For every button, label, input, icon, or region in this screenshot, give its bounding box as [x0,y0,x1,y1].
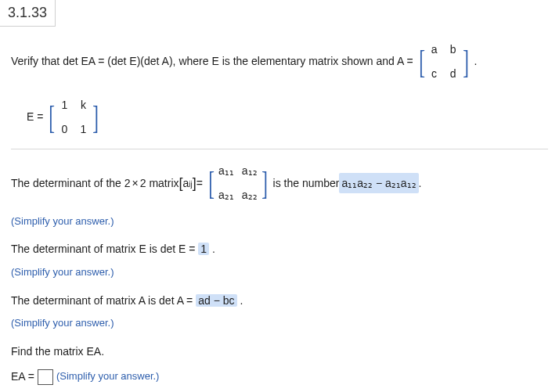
intro-period: . [474,51,478,72]
matrix-cell: d [448,63,459,85]
matrix-E: [ 1 k 0 1 ] [46,93,101,141]
simplify-note-3: (Simplify your answer.) [11,314,548,333]
aij-a: a [183,173,189,194]
det-A-row: The determinant of matrix A is det A = a… [11,290,548,311]
simplify-note-1: (Simplify your answer.) [11,212,548,232]
det-A-text: The determinant of matrix A is det A = [11,294,196,307]
bracket-left-icon: [ [419,45,425,78]
det-def-text2: 2 matrix [140,173,179,194]
det-definition-answer[interactable]: a₁₁a₂₂ − a₂₁a₁₂ [339,173,418,194]
det-E-row: The determinant of matrix E is det E = 1… [11,239,548,260]
bracket-right-icon: ] [261,167,268,200]
bracket-left-icon: [ [49,101,56,134]
bracket-left-icon: [ [208,167,215,200]
intro-text: Verify that det EA = (det E)(det A), whe… [11,51,413,72]
matrix-cell: 1 [59,95,70,116]
matrix-E-row: E = [ 1 k 0 1 ] [27,93,548,141]
det-A-period: . [240,294,243,307]
EA-input-row: EA = (Simplify your answer.) [11,366,548,387]
bracket-right-icon: ] [93,101,99,134]
matrix-cell: a₁₂ [242,160,258,182]
matrix-cell: c [429,63,440,85]
intro-row: Verify that det EA = (det E)(det A), whe… [11,38,548,85]
det-A-answer[interactable]: ad − bc [196,294,236,307]
matrix-cell: a₂₂ [242,185,258,206]
det-E-answer[interactable]: 1 [198,243,209,255]
det-def-period: . [419,173,422,194]
EA-label: EA = [11,366,34,387]
page: 3.1.33 Verify that det EA = (det E)(det … [0,0,559,392]
separator [11,149,548,149]
times-symbol: × [132,173,139,194]
matrix-E-label: E = [27,106,43,128]
det-E-text: The determinant of matrix E is det E = [11,243,198,255]
det-def-text3: is the number [273,173,340,194]
matrix-A-cells: a b c d [427,38,460,85]
content: Verify that det EA = (det E)(det A), whe… [0,27,559,392]
matrix-generic: [ a₁₁ a₁₂ a₂₁ a₂₂ ] [206,159,270,207]
find-EA-text: Find the matrix EA. [11,341,548,362]
matrix-A: [ a b c d ] [417,38,471,85]
EA-answer-input[interactable] [38,369,53,385]
matrix-cell: 1 [78,119,88,140]
aij-ij: ij [189,177,192,192]
matrix-cell: a₂₁ [218,185,234,206]
question-number: 3.1.33 [0,0,56,27]
matrix-cell: b [448,39,459,60]
det-def-eq: = [197,173,203,194]
matrix-E-cells: 1 k 0 1 [57,93,90,141]
det-definition-row: The determinant of the 2 × 2 matrix [ ai… [11,159,548,207]
det-E-period: . [212,243,215,255]
simplify-note-4: (Simplify your answer.) [56,367,159,387]
matrix-cell: a [429,39,440,60]
matrix-cell: a₁₁ [218,160,234,182]
simplify-note-2: (Simplify your answer.) [11,263,548,282]
bracket-right-icon: ] [463,45,469,78]
matrix-cell: k [78,95,88,116]
matrix-generic-cells: a₁₁ a₁₂ a₂₁ a₂₂ [217,159,259,207]
det-def-text1: The determinant of the 2 [11,173,131,194]
matrix-cell: 0 [59,119,70,140]
